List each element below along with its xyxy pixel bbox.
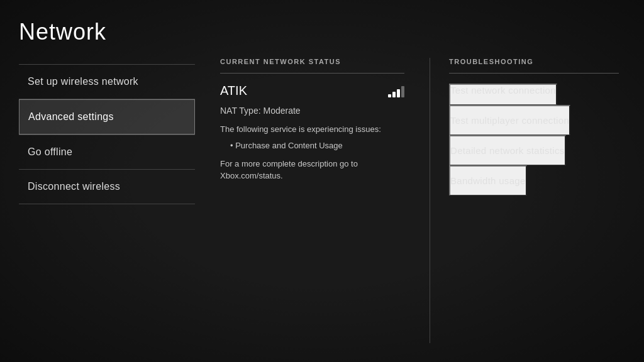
sidebar-item-advanced-settings[interactable]: Advanced settings: [19, 99, 195, 134]
test-network-connection-button[interactable]: Test network connection: [449, 84, 557, 105]
network-name-row: ATIK: [220, 84, 404, 98]
network-status-divider: [220, 73, 404, 74]
network-status-label: CURRENT NETWORK STATUS: [220, 58, 404, 65]
network-name: ATIK: [220, 84, 247, 98]
signal-bar-1: [388, 94, 391, 97]
troubleshooting-divider: [449, 73, 619, 74]
network-status-panel: CURRENT NETWORK STATUS ATIK NAT Type: Mo…: [195, 58, 430, 343]
content-area: Set up wireless network Advanced setting…: [19, 58, 619, 343]
sidebar-item-go-offline[interactable]: Go offline: [19, 135, 195, 169]
signal-bar-4: [401, 86, 404, 97]
sidebar: Set up wireless network Advanced setting…: [19, 58, 195, 343]
signal-bar-3: [397, 89, 400, 97]
issue-item: • Purchase and Content Usage: [230, 141, 404, 150]
sidebar-item-disconnect-wireless[interactable]: Disconnect wireless: [19, 170, 195, 204]
sidebar-divider-4: [19, 204, 195, 204]
signal-bar-2: [392, 92, 396, 97]
detailed-network-statistics-button[interactable]: Detailed network statistics: [449, 135, 566, 165]
nat-type: NAT Type: Moderate: [220, 106, 404, 116]
sidebar-item-setup-wireless[interactable]: Set up wireless network: [19, 65, 195, 99]
troubleshooting-panel: TROUBLESHOOTING Test network connection …: [430, 58, 619, 343]
status-url-text: For a more complete description go to Xb…: [220, 158, 404, 182]
troubleshooting-label: TROUBLESHOOTING: [449, 58, 619, 65]
issue-intro-text: The following service is experiencing is…: [220, 123, 404, 136]
page-title: Network: [19, 19, 619, 45]
bandwidth-usage-button[interactable]: Bandwidth usage: [449, 165, 527, 195]
signal-strength-icon: [388, 85, 404, 97]
page-container: Network Set up wireless network Advanced…: [0, 0, 644, 362]
test-multiplayer-connection-button[interactable]: Test multiplayer connection: [449, 105, 570, 135]
